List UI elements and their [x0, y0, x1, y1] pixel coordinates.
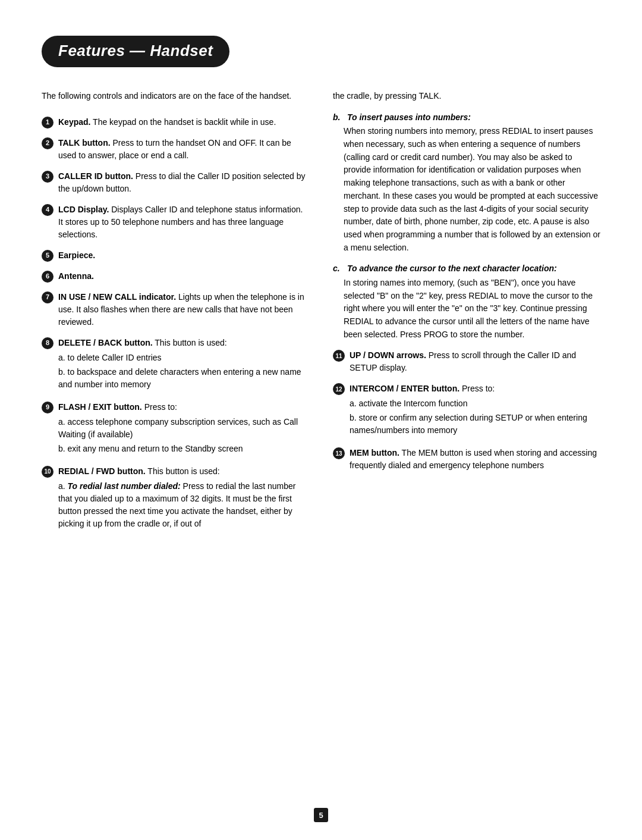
lettered-item-c-body: In storing names into memory, (such as "…	[344, 277, 600, 341]
feature-9-bold: FLASH / EXIT button.	[58, 402, 142, 412]
bullet-1: 1	[42, 117, 54, 128]
feature-2-text: TALK button. Press to turn the handset O…	[58, 137, 309, 162]
list-item: a. to delete Caller ID entries	[58, 352, 309, 364]
letter-c-label: c.	[333, 262, 345, 275]
right-feature-12: 12 INTERCOM / ENTER button. Press to: a.…	[333, 383, 600, 438]
right-feature-13: 13 MEM button. The MEM button is used wh…	[333, 447, 600, 472]
list-item: 10 REDIAL / FWD button. This button is u…	[42, 465, 309, 532]
list-item: a. access telephone company subscription…	[58, 416, 309, 441]
bullet-9: 9	[42, 402, 54, 413]
list-item: 2 TALK button. Press to turn the handset…	[42, 137, 309, 162]
feature-1-text: Keypad. The keypad on the handset is bac…	[58, 116, 276, 128]
left-column: The following controls and indicators ar…	[42, 90, 309, 540]
list-item: b. to backspace and delete characters wh…	[58, 366, 309, 391]
feature-3-text: CALLER ID button. Press to dial the Call…	[58, 170, 309, 195]
feature-12-bold: INTERCOM / ENTER button.	[350, 384, 460, 393]
bullet-12: 12	[333, 383, 345, 395]
list-item: b. store or confirm any selection during…	[350, 412, 600, 437]
feature-11-text: UP / DOWN arrows. Press to scroll throug…	[350, 349, 600, 374]
lettered-item-c: c. To advance the cursor to the next cha…	[333, 262, 600, 341]
feature-10-bold: REDIAL / FWD button.	[58, 466, 146, 476]
list-item: a. activate the Intercom function	[350, 397, 600, 410]
feature-7-bold: IN USE / NEW CALL indicator.	[58, 292, 176, 302]
right-column: the cradle, by pressing TALK. b. To inse…	[333, 90, 600, 540]
right-feature-11: 11 UP / DOWN arrows. Press to scroll thr…	[333, 349, 600, 374]
bullet-8: 8	[42, 337, 54, 349]
feature-10-header: 10 REDIAL / FWD button. This button is u…	[42, 465, 220, 478]
list-item: 5 Earpiece.	[42, 249, 309, 262]
feature-9-sublist: a. access telephone company subscription…	[58, 416, 309, 457]
bullet-10: 10	[42, 466, 54, 478]
feature-9-text: FLASH / EXIT button. Press to:	[58, 401, 177, 413]
right-column-content: the cradle, by pressing TALK. b. To inse…	[333, 90, 600, 472]
right-intro: the cradle, by pressing TALK.	[333, 90, 600, 103]
lettered-item-b-body: When storing numbers into memory, press …	[344, 125, 600, 254]
feature-12-header: 12 INTERCOM / ENTER button. Press to:	[333, 383, 495, 395]
bullet-2: 2	[42, 137, 54, 149]
feature-13-bold: MEM button.	[350, 448, 399, 457]
content-columns: The following controls and indicators ar…	[42, 90, 600, 540]
lettered-item-b: b. To insert pauses into numbers: When s…	[333, 111, 600, 255]
feature-4-text: LCD Display. Displays Caller ID and tele…	[58, 203, 309, 241]
feature-5-text: Earpiece.	[58, 249, 95, 262]
feature-8-header: 8 DELETE / BACK button. This button is u…	[42, 337, 227, 349]
intro-text: The following controls and indicators ar…	[42, 90, 309, 103]
feature-10a-bold: To redial last number dialed:	[68, 481, 181, 491]
lettered-item-b-title: To insert pauses into numbers:	[347, 111, 471, 124]
feature-8-bold: DELETE / BACK button.	[58, 338, 153, 347]
feature-10-text: REDIAL / FWD button. This button is used…	[58, 465, 220, 478]
feature-12-sublist: a. activate the Intercom function b. sto…	[350, 397, 600, 438]
list-item: 9 FLASH / EXIT button. Press to: a. acce…	[42, 401, 309, 457]
list-item: a. To redial last number dialed: Press t…	[58, 480, 309, 530]
feature-6-text: Antenna.	[58, 270, 94, 283]
feature-7-text: IN USE / NEW CALL indicator. Lights up w…	[58, 291, 309, 328]
feature-9-header: 9 FLASH / EXIT button. Press to:	[42, 401, 177, 413]
page: Features — Handset The following control…	[0, 0, 642, 840]
list-item: 6 Antenna.	[42, 270, 309, 283]
feature-8-sublist: a. to delete Caller ID entries b. to bac…	[58, 352, 309, 393]
lettered-item-b-header: b. To insert pauses into numbers:	[333, 111, 600, 124]
bullet-4: 4	[42, 204, 54, 216]
lettered-item-c-title: To advance the cursor to the next charac…	[347, 262, 557, 275]
lettered-item-c-header: c. To advance the cursor to the next cha…	[333, 262, 600, 275]
bullet-5: 5	[42, 250, 54, 262]
feature-8-text: DELETE / BACK button. This button is use…	[58, 337, 227, 349]
bullet-3: 3	[42, 171, 54, 183]
page-title: Features — Handset	[58, 42, 213, 59]
feature-12-text: INTERCOM / ENTER button. Press to:	[350, 383, 495, 395]
list-item: 1 Keypad. The keypad on the handset is b…	[42, 116, 309, 128]
feature-1-bold: Keypad.	[58, 117, 90, 127]
page-number: 5	[314, 808, 328, 822]
feature-6-bold: Antenna.	[58, 271, 94, 281]
feature-2-bold: TALK button.	[58, 138, 111, 148]
list-item: 7 IN USE / NEW CALL indicator. Lights up…	[42, 291, 309, 328]
list-item: b. exit any menu and return to the Stand…	[58, 443, 309, 455]
bullet-6: 6	[42, 271, 54, 283]
bullet-7: 7	[42, 292, 54, 303]
list-item: 8 DELETE / BACK button. This button is u…	[42, 337, 309, 393]
header-banner: Features — Handset	[42, 36, 229, 67]
list-item: 3 CALLER ID button. Press to dial the Ca…	[42, 170, 309, 195]
feature-11-bold: UP / DOWN arrows.	[350, 350, 426, 360]
feature-list: 1 Keypad. The keypad on the handset is b…	[42, 116, 309, 532]
list-item: 4 LCD Display. Displays Caller ID and te…	[42, 203, 309, 241]
bullet-13: 13	[333, 447, 345, 459]
feature-3-bold: CALLER ID button.	[58, 171, 133, 181]
feature-4-bold: LCD Display.	[58, 205, 109, 214]
letter-b-label: b.	[333, 111, 345, 124]
feature-5-bold: Earpiece.	[58, 250, 95, 260]
feature-10-sublist: a. To redial last number dialed: Press t…	[58, 480, 309, 532]
feature-13-text: MEM button. The MEM button is used when …	[350, 447, 600, 472]
bullet-11: 11	[333, 350, 345, 362]
